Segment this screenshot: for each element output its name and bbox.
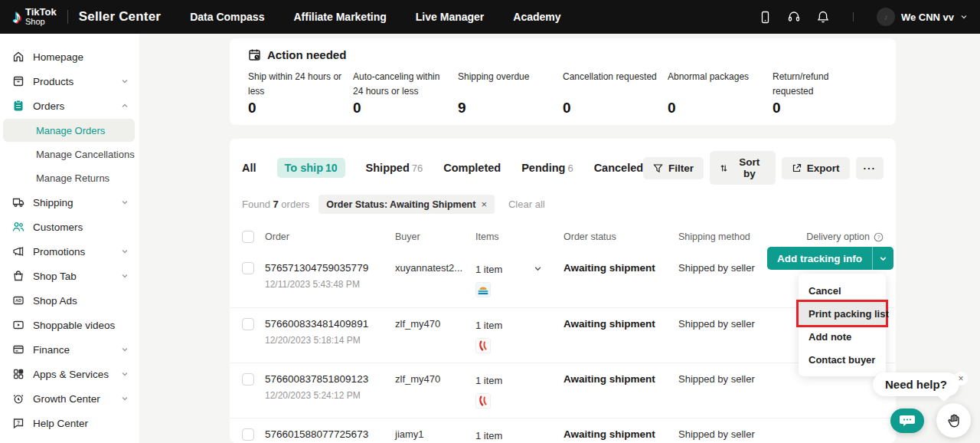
nav-affiliate-marketing[interactable]: Affiliate Marketing (293, 11, 386, 23)
chip-close-icon[interactable]: × (481, 199, 487, 210)
items-count: 1 item (475, 375, 502, 386)
need-help-tooltip[interactable]: Need help? (873, 372, 959, 396)
buyer-name[interactable]: xuyannatest2... (395, 262, 475, 274)
tiktok-seller-center: ♪ TikTok Shop Seller Center Data Compass… (0, 0, 980, 443)
tab-completed[interactable]: Completed (443, 162, 501, 174)
row-checkbox[interactable] (242, 262, 254, 274)
nav-data-compass[interactable]: Data Compass (190, 11, 264, 23)
order-status-filter-chip[interactable]: Order Status: Awaiting Shipment × (318, 195, 495, 214)
sidebar-item-manage-returns[interactable]: Manage Returns (3, 166, 135, 189)
products-box-icon (12, 75, 24, 87)
tooltip-close-icon[interactable]: × (954, 372, 968, 386)
sidebar-item-orders[interactable]: Orders (0, 94, 139, 118)
tab-to-ship[interactable]: To ship10 (277, 158, 345, 178)
tab-shipped[interactable]: Shipped76 (366, 162, 423, 174)
select-all-checkbox[interactable] (242, 231, 254, 243)
row-checkbox[interactable] (242, 318, 254, 330)
sidebar-item-growth-center[interactable]: Growth Center (0, 386, 139, 411)
item-thumbnail[interactable] (475, 282, 491, 297)
help-circle-icon[interactable]: ? (874, 232, 884, 242)
tab-pending[interactable]: Pending6 (521, 162, 573, 174)
sidebar-item-manage-cancellations[interactable]: Manage Cancellations (3, 143, 135, 166)
headset-support-icon[interactable] (787, 10, 801, 24)
mobile-app-icon[interactable] (759, 11, 772, 24)
action-needed-title: Action needed (267, 48, 346, 61)
chevron-down-icon[interactable] (534, 264, 542, 273)
col-buyer: Buyer (395, 231, 475, 242)
order-id[interactable]: 576600833481409891 (265, 318, 395, 330)
sidebar-item-promotions[interactable]: Promotions (0, 239, 139, 264)
buyer-name[interactable]: zlf_my470 (395, 318, 475, 330)
stat-return-refund-requested[interactable]: Return/refund requested 0 (773, 70, 877, 116)
item-thumbnail[interactable] (475, 338, 491, 353)
sidebar-item-products[interactable]: Products (0, 69, 139, 94)
sidebar-item-apps-services[interactable]: Apps & Services (0, 362, 139, 386)
found-orders-count: Found 7 orders (242, 199, 309, 210)
account-menu[interactable]: ♪ We CNN vv (877, 8, 968, 26)
items-count: 1 item (475, 264, 502, 275)
row-actions-caret-button[interactable] (872, 247, 893, 270)
sidebar-item-label: Finance (33, 344, 113, 356)
more-actions-button[interactable]: ··· (856, 157, 884, 179)
tab-all[interactable]: All (242, 162, 256, 174)
filter-button[interactable]: Filter (643, 157, 704, 179)
stat-abnormal-packages[interactable]: Abnormal packages 0 (668, 70, 773, 116)
nav-live-manager[interactable]: Live Manager (416, 11, 484, 23)
hand-icon (945, 412, 963, 430)
order-date: 12/11/2023 5:43:48 PM (265, 279, 395, 290)
shipping-method: Shipped by seller (678, 318, 793, 330)
tab-canceled[interactable]: Canceled (594, 162, 643, 174)
tiktok-shop-logo[interactable]: ♪ TikTok Shop (12, 7, 57, 26)
nav-academy[interactable]: Academy (513, 11, 560, 23)
order-date: 12/20/2023 5:24:12 PM (265, 390, 395, 401)
sidebar-item-help-center[interactable]: ? Help Center (0, 411, 139, 435)
chat-support-button[interactable] (890, 409, 924, 433)
sort-arrows-icon (720, 163, 728, 173)
export-button[interactable]: Export (782, 157, 850, 179)
sidebar-item-customers[interactable]: Customers (0, 215, 139, 239)
stat-cancellation-requested[interactable]: Cancellation requested 0 (563, 70, 668, 116)
notifications-bell-icon[interactable] (816, 10, 830, 24)
menu-item-cancel[interactable]: Cancel (799, 279, 886, 302)
buyer-name[interactable]: jiamy1 (395, 428, 475, 440)
sidebar-item-label: Orders (33, 100, 113, 112)
menu-item-print-packing-list[interactable]: Print packing list (799, 302, 886, 325)
sidebar-item-manage-orders[interactable]: Manage Orders (3, 119, 135, 142)
table-row: 576600833481409891 12/20/2023 5:18:14 PM… (230, 307, 896, 363)
chevron-down-icon (121, 272, 129, 280)
nav-seller-center[interactable]: Seller Center (79, 9, 161, 25)
menu-item-add-note[interactable]: Add note (799, 325, 886, 348)
item-thumbnail[interactable] (475, 393, 491, 409)
wave-hand-widget[interactable] (936, 403, 971, 438)
sidebar-item-homepage[interactable]: Homepage (0, 44, 139, 69)
stat-shipping-overdue[interactable]: Shipping overdue 9 (458, 70, 563, 116)
clear-all-link[interactable]: Clear all (508, 199, 545, 210)
row-checkbox[interactable] (242, 373, 254, 386)
col-order-status: Order status (564, 231, 678, 242)
sidebar-item-label: Manage Orders (36, 125, 105, 136)
menu-item-contact-buyer[interactable]: Contact buyer (799, 348, 886, 371)
sidebar-item-label: Apps & Services (33, 369, 113, 380)
order-id[interactable]: 576601588077725673 (265, 428, 395, 440)
sidebar-item-shop-ads[interactable]: AD Shop Ads (0, 288, 139, 313)
sidebar-item-shop-tab[interactable]: Shop Tab (0, 264, 139, 288)
stat-ship-within-24h[interactable]: Ship within 24 hours or less 0 (248, 70, 353, 116)
table-row: 576601588077725673 12/21/2023 5:44:09 PM… (230, 418, 896, 443)
svg-text:?: ? (17, 420, 20, 425)
sidebar-item-finance[interactable]: Finance (0, 337, 139, 362)
chevron-down-icon (121, 248, 129, 255)
table-row: 576600837851809123 12/20/2023 5:24:12 PM… (230, 363, 896, 418)
row-checkbox[interactable] (242, 428, 254, 441)
sidebar-item-label: Manage Cancellations (36, 149, 135, 160)
sort-by-button[interactable]: Sort by (710, 151, 776, 185)
order-id[interactable]: 576600837851809123 (265, 373, 395, 385)
order-status: Awaiting shipment (564, 262, 678, 274)
table-toolbar: Filter Sort by Export ··· (643, 151, 884, 185)
sidebar-item-shipping[interactable]: Shipping (0, 190, 139, 215)
sidebar-item-shoppable-videos[interactable]: Shoppable videos (0, 313, 139, 337)
add-tracking-info-button[interactable]: Add tracking info (767, 247, 872, 270)
buyer-name[interactable]: zlf_my470 (395, 373, 475, 385)
order-id[interactable]: 576571304759035779 (265, 262, 395, 274)
stat-auto-canceling[interactable]: Auto-canceling within 24 hours or less 0 (353, 70, 458, 116)
chat-bubble-icon (899, 414, 916, 428)
